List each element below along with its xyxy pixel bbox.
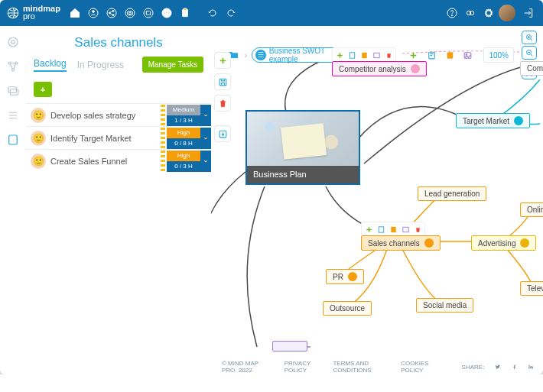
node-target-market[interactable]: Target Market: [456, 113, 530, 128]
nt-task-icon[interactable]: [388, 224, 398, 235]
home-icon[interactable]: [67, 5, 83, 21]
mindmap-canvas[interactable]: › ☰ Business SWOT example #21 100%: [211, 26, 543, 359]
task-row[interactable]: 🙂Create Sales FunnelHigh0 / 3 H: [26, 149, 211, 172]
task-icon[interactable]: [443, 48, 457, 62]
top-toolbar: mindmappro: [0, 0, 543, 26]
footer-privacy[interactable]: PRIVACY POLICY: [285, 360, 323, 374]
rail-network-icon[interactable]: [6, 60, 20, 73]
settings-icon[interactable]: [480, 5, 497, 21]
add-task-button[interactable]: +: [34, 82, 52, 97]
svg-rect-27: [10, 89, 18, 96]
task-progress-stripe: [161, 128, 165, 149]
svg-point-3: [107, 8, 116, 18]
node-competitor[interactable]: Competitor analysis: [332, 61, 427, 76]
task-progress-stripe: [161, 105, 165, 126]
zoom-level[interactable]: 100%: [483, 47, 514, 63]
rail-list-icon[interactable]: [6, 109, 20, 122]
tool-download-icon[interactable]: [214, 125, 231, 142]
svg-point-13: [166, 12, 167, 14]
zoom-out-button[interactable]: [522, 46, 537, 60]
nt-add-icon[interactable]: [334, 50, 345, 60]
task-sidebar: Sales channels Backlog In Progress Manag…: [26, 26, 211, 359]
node-lead-generation[interactable]: Lead generation: [418, 186, 486, 201]
nt-note-icon[interactable]: [376, 224, 386, 235]
nt-delete-icon[interactable]: [412, 224, 423, 235]
tool-save-icon[interactable]: [214, 73, 231, 90]
svg-point-9: [129, 12, 132, 15]
redo-icon[interactable]: [223, 5, 239, 21]
node-image: [247, 112, 359, 166]
linkedin-icon[interactable]: [528, 363, 534, 371]
nt-image-icon[interactable]: [400, 224, 411, 235]
svg-point-21: [8, 37, 18, 47]
note-icon[interactable]: [425, 48, 439, 62]
svg-rect-26: [8, 87, 17, 93]
footer-terms[interactable]: TERMS AND CONDITIONS: [333, 360, 390, 374]
node-purple-stub[interactable]: [272, 341, 307, 352]
node-toolbar: [332, 47, 396, 63]
svg-rect-36: [219, 79, 226, 86]
task-expand-icon[interactable]: [200, 105, 211, 126]
svg-point-20: [470, 11, 473, 15]
zoom-in-button[interactable]: [522, 31, 537, 44]
twitter-icon[interactable]: [495, 363, 501, 371]
task-stats: High0 / 3 H: [167, 151, 200, 172]
node-outsource[interactable]: Outsource: [323, 301, 372, 316]
svg-rect-39: [362, 52, 366, 57]
task-avatar: 🙂: [31, 131, 46, 146]
undo-icon[interactable]: [204, 5, 221, 21]
task-row[interactable]: 🙂Identify Target MarketHigh0 / 8 H: [26, 126, 211, 149]
manage-tasks-button[interactable]: Manage Tasks: [142, 57, 203, 73]
node-advertising[interactable]: Advertising: [471, 235, 536, 251]
task-stats: Medium1 / 3 H: [167, 105, 200, 126]
node-television[interactable]: Television: [520, 281, 543, 296]
footer-cookies[interactable]: COOKIES POLICY: [401, 360, 440, 374]
tab-backlog[interactable]: Backlog: [34, 58, 67, 72]
more-icon[interactable]: [158, 5, 175, 21]
task-avatar: 🙂: [31, 108, 46, 123]
nt-task-icon[interactable]: [359, 50, 369, 60]
nt-delete-icon[interactable]: [383, 50, 394, 60]
svg-point-10: [144, 8, 153, 18]
rail-tasks-icon[interactable]: [6, 133, 20, 147]
svg-rect-43: [402, 227, 408, 232]
clipboard-icon[interactable]: [177, 5, 193, 21]
tab-in-progress[interactable]: In Progress: [77, 60, 124, 70]
task-expand-icon[interactable]: [200, 151, 211, 172]
svg-point-14: [168, 12, 170, 14]
map-icon[interactable]: [140, 5, 157, 21]
task-stats: High0 / 8 H: [167, 128, 200, 149]
node-competition[interactable]: Competition: [520, 61, 543, 76]
link-icon[interactable]: [462, 5, 479, 21]
svg-rect-41: [379, 226, 383, 232]
nt-note-icon[interactable]: [346, 50, 357, 60]
share-icon[interactable]: [103, 5, 120, 21]
add-node-icon[interactable]: [407, 48, 421, 62]
svg-rect-42: [391, 226, 395, 232]
nt-image-icon[interactable]: [371, 50, 382, 60]
node-title: Business Plan: [247, 166, 359, 184]
nt-add-icon[interactable]: [363, 224, 374, 235]
svg-point-12: [164, 12, 165, 14]
help-icon[interactable]: [444, 5, 460, 21]
node-sales-channels[interactable]: Sales channels: [361, 235, 441, 251]
node-business-plan[interactable]: Business Plan: [245, 110, 360, 185]
rail-chat-icon[interactable]: [6, 84, 20, 98]
tool-add-icon[interactable]: [214, 52, 231, 69]
image-icon[interactable]: [461, 48, 475, 62]
tool-delete-icon[interactable]: [214, 95, 231, 112]
user-avatar[interactable]: [499, 5, 515, 21]
node-social-media[interactable]: Social media: [416, 298, 473, 313]
task-expand-icon[interactable]: [200, 128, 211, 149]
rail-overview-icon[interactable]: [6, 35, 20, 49]
camera-icon[interactable]: [122, 5, 138, 21]
node-pr[interactable]: PR: [326, 269, 364, 284]
svg-rect-38: [350, 52, 354, 57]
node-online[interactable]: Online: [520, 202, 543, 217]
sidebar-title: Sales channels: [26, 26, 211, 57]
task-name: Develop sales strategy: [50, 111, 161, 120]
logout-icon[interactable]: [520, 5, 537, 21]
user-diagram-icon[interactable]: [85, 5, 102, 21]
task-row[interactable]: 🙂Develop sales strategyMedium1 / 3 H: [26, 103, 211, 126]
facebook-icon[interactable]: [512, 363, 518, 371]
